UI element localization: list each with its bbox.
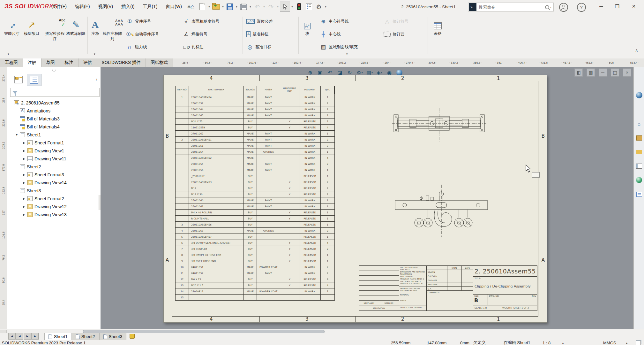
pane-grid-icon[interactable]: ▦ xyxy=(587,68,595,77)
view-palette-icon[interactable] xyxy=(636,163,642,169)
command-tab[interactable]: SOLIDWORKS 插件 xyxy=(97,58,146,67)
tree-item[interactable]: ▶ Sheet Format3 xyxy=(7,171,100,179)
tree-item[interactable]: ▶ Drawing View12 xyxy=(7,203,100,211)
bom-row[interactable]: M24 X 75 BUY Y RELEASED 2 xyxy=(176,119,334,125)
tree-item[interactable]: ▶ Sheet Format1 xyxy=(7,139,100,147)
next-sheet-button[interactable]: ▶ xyxy=(24,333,31,340)
auto-balloon-button[interactable]: ①↯自动零件序号 xyxy=(126,29,159,40)
tree-expand-arrow[interactable]: ▶ xyxy=(23,181,27,184)
tree-item[interactable]: 2. 250610Assem55 xyxy=(7,99,100,107)
drawing-view-front[interactable] xyxy=(390,183,492,240)
tree-expand-arrow[interactable]: ▶ xyxy=(23,205,27,208)
tree-item[interactable]: Sheet3 xyxy=(7,187,100,195)
bom-row[interactable]: M12 X 30 BUY Y RELEASED 2 xyxy=(176,191,334,197)
geometric-tolerance-button[interactable]: ◡0.3形位公差 xyxy=(246,16,273,27)
graphics-area[interactable]: ⊕ ▣ ↶ ◪ ↻ ⚙▾ ▤▾ ◈▾ ◉ ◧ ▦ ─ ◱ × 4 3 2 1 4 xyxy=(101,67,633,329)
bill-of-materials-table[interactable]: ITEM NO. PART NUMBER SOURCE FINISH HARDW… xyxy=(175,86,335,301)
scale-dropdown-icon[interactable]: ▴ xyxy=(562,340,564,345)
restore-button[interactable]: ❐ xyxy=(610,0,624,13)
redo-dropdown[interactable]: ▾ xyxy=(276,2,280,12)
prev-sheet-button[interactable]: ◀ xyxy=(16,333,23,340)
menu-tools[interactable]: 工具(T) xyxy=(139,3,161,11)
search-icon[interactable] xyxy=(545,5,549,9)
tree-expand-arrow[interactable]: ▶ xyxy=(23,197,27,200)
performance-evaluation-button[interactable] xyxy=(294,2,304,12)
tree-item[interactable]: Annotations xyxy=(7,107,100,115)
save-button[interactable] xyxy=(225,2,235,12)
bom-row[interactable]: 5 250610ASSEM57 BUY RELEASED 1 xyxy=(176,234,334,240)
bom-row[interactable]: 25061060 MAKE PAINT IN WORK 1 xyxy=(176,197,334,203)
datum-target-button[interactable]: ◎基准目标 xyxy=(246,42,271,52)
command-search[interactable]: >_ ▾ xyxy=(468,3,554,12)
tree-expand-arrow[interactable]: ▶ xyxy=(23,213,27,216)
tree-expand-arrow[interactable]: ▶ xyxy=(23,141,27,144)
bom-row[interactable]: 250610ASSEM53 BUY Y RELEASED 2 xyxy=(176,179,334,185)
bom-row[interactable]: 4 25061063 MAKE ANODIZE IN WORK 2 xyxy=(176,228,334,234)
panel-handle[interactable] xyxy=(52,69,56,72)
block-button[interactable]: A° 块 xyxy=(301,16,314,36)
sheet-tab[interactable]: Sheet1 xyxy=(44,333,72,340)
bom-row[interactable]: 9 3/8 BSP F HOSE END BUY Y RELEASED 1 xyxy=(176,258,334,264)
bom-row[interactable]: 7 3/8 COUPLER BUY Y RELEASED 2 xyxy=(176,246,334,252)
units-dropdown-icon[interactable]: ▴ xyxy=(626,340,627,345)
new-dropdown[interactable]: ▾ xyxy=(207,2,211,12)
tree-expand-arrow[interactable]: ▼ xyxy=(15,133,20,136)
print-dropdown[interactable]: ▾ xyxy=(249,2,252,12)
bom-row[interactable]: 6 3/8 DOWTY SEAL (INCL. SPARES) BUY Y RE… xyxy=(176,240,334,246)
bom-row[interactable]: 11021053B BUY Y RELEASED 4 xyxy=(176,125,334,131)
tree-item[interactable]: ▶ Sheet Format2 xyxy=(7,195,100,203)
undo-button[interactable]: ↶ xyxy=(252,2,262,12)
doc-close-icon[interactable]: × xyxy=(623,68,631,77)
revision-symbol-button[interactable]: △修订符号 xyxy=(384,16,408,27)
status-view-scale[interactable]: 1 : 8 xyxy=(543,340,550,345)
model-items-button[interactable]: ↗ 模型项目 xyxy=(22,16,41,36)
bom-row[interactable]: 14 22060811 MAKE POWDER COAT IN WORK 2 xyxy=(176,288,334,295)
magnetic-line-button[interactable]: ∩磁力线 xyxy=(126,42,147,52)
note-button[interactable]: A 注释 xyxy=(89,16,101,36)
menu-window[interactable]: 窗口(W) xyxy=(161,3,186,11)
tree-expand-arrow[interactable]: ▶ xyxy=(23,157,27,160)
bom-row[interactable]: 10 04071051 MAKE POWDER COAT IN WORK 2 xyxy=(176,264,334,270)
center-mark-button[interactable]: ⊕中心符号线 xyxy=(320,16,349,27)
pane-split-icon[interactable]: ◧ xyxy=(574,68,583,77)
bom-row[interactable]: M4 X 40 ROLLPIN BUY Y RELEASED 1 xyxy=(176,210,334,216)
panel-flyout-chevron-icon[interactable]: › xyxy=(96,76,97,82)
open-button[interactable] xyxy=(211,2,221,12)
undo-dropdown[interactable]: ▾ xyxy=(262,2,266,12)
tables-button[interactable]: 表格 xyxy=(431,16,445,36)
print-button[interactable] xyxy=(239,2,248,12)
scroll-corner[interactable]: · xyxy=(0,330,7,333)
format-painter-button[interactable]: ✎ 格式涂刷器 xyxy=(66,16,86,36)
status-tag-icon[interactable] xyxy=(636,340,641,345)
resources-sphere-icon[interactable] xyxy=(636,92,642,98)
surface-finish-button[interactable]: √表面粗糙度符号 xyxy=(183,16,220,27)
command-tab[interactable]: 评估 xyxy=(79,58,97,67)
first-sheet-button[interactable]: ◀ xyxy=(8,333,16,340)
search-dropdown[interactable]: ▾ xyxy=(550,6,551,9)
doc-minimize-icon[interactable]: ─ xyxy=(599,68,607,77)
bom-row[interactable]: 25061055 MAKE PAINT IN WORK 2 xyxy=(176,161,334,167)
command-tab[interactable]: 标注 xyxy=(60,58,79,67)
spell-checker-button[interactable]: Abc✓ 拼写检验程序 xyxy=(44,16,65,41)
bom-row[interactable]: 250610ASSEM52 MAKE IN WORK 4 xyxy=(176,155,334,161)
bom-row[interactable]: 8 3/8 SWEPT 90 HOSE END BUY Y RELEASED 1 xyxy=(176,252,334,258)
tree-item[interactable]: Sheet2 xyxy=(7,163,100,171)
bom-row[interactable]: 13 M20 X 1.5 BUY Y RELEASED 4 xyxy=(176,282,334,288)
sheet-tab[interactable]: Sheet2 xyxy=(72,333,99,340)
menu-insert[interactable]: 插入(I) xyxy=(117,3,139,11)
balloon-button[interactable]: ①零件序号 xyxy=(126,16,151,27)
open-dropdown[interactable]: ▾ xyxy=(221,2,225,12)
file-explorer-icon[interactable] xyxy=(636,149,642,155)
bom-row[interactable]: 3 250610ASSEM56 BUY RELEASED 1 xyxy=(176,222,334,228)
sheet-tab[interactable]: Sheet3 xyxy=(99,333,127,340)
datum-feature-button[interactable]: A基准特征 xyxy=(246,29,268,40)
last-sheet-button[interactable]: ▶ xyxy=(31,333,39,340)
tree-expand-arrow[interactable]: ▶ xyxy=(23,173,27,176)
menu-view[interactable]: 视图(V) xyxy=(94,3,117,11)
bom-row[interactable]: 1 250610ASSEM54 MAKE PAINT IN WORK 1 xyxy=(176,94,334,100)
area-hatch-button[interactable]: ▨区域剖面线/填充 xyxy=(320,42,358,52)
bom-row[interactable]: R CLIP TSMALL BUY Y RELEASED 1 xyxy=(176,216,334,222)
drawing-view-top[interactable] xyxy=(391,106,487,145)
smart-dimension-flyout[interactable]: ▾ xyxy=(8,52,9,56)
bom-row[interactable]: 25061052 MAKE PAINT IN WORK 2 xyxy=(176,100,334,106)
